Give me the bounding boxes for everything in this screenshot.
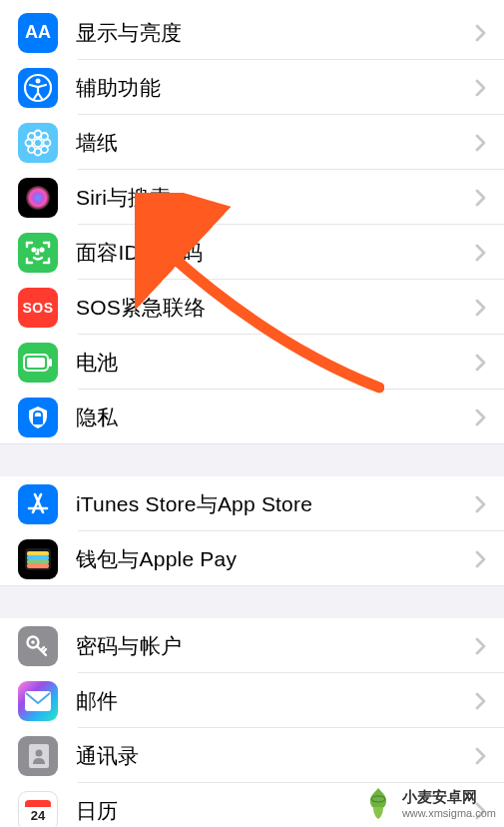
- calendar-icon: 24: [18, 791, 58, 828]
- svg-rect-28: [25, 691, 51, 711]
- chevron-right-icon: [475, 802, 486, 820]
- settings-row-label: Siri与搜索: [76, 184, 475, 212]
- chevron-right-icon: [475, 637, 486, 655]
- svg-rect-30: [26, 747, 29, 750]
- settings-row-label: 显示与亮度: [76, 19, 475, 47]
- settings-group: iTunes Store与App Store钱包与Apple Pay: [0, 476, 504, 586]
- chevron-right-icon: [475, 747, 486, 765]
- svg-point-2: [34, 139, 42, 147]
- settings-row-wallet[interactable]: 钱包与Apple Pay: [0, 531, 504, 586]
- svg-point-11: [26, 186, 50, 210]
- svg-point-27: [31, 640, 35, 644]
- settings-row-faceid[interactable]: 面容ID与密码: [0, 225, 504, 280]
- settings-row-accessibility[interactable]: 辅助功能: [0, 60, 504, 115]
- settings-row-label: 钱包与Apple Pay: [76, 545, 475, 573]
- svg-point-13: [41, 248, 44, 251]
- settings-row-label: 邮件: [76, 687, 475, 715]
- settings-row-battery[interactable]: 电池: [0, 335, 504, 390]
- accessibility-icon: [18, 68, 58, 108]
- siri-icon: [18, 178, 58, 218]
- settings-group: 密码与帐户邮件通讯录24日历: [0, 618, 504, 827]
- faceid-icon: [18, 233, 58, 273]
- group-separator: [0, 444, 504, 476]
- svg-rect-16: [49, 359, 52, 367]
- chevron-right-icon: [475, 244, 486, 262]
- settings-row-label: 隐私: [76, 404, 475, 431]
- settings-row-contacts[interactable]: 通讯录: [0, 728, 504, 783]
- sos-icon: SOS: [18, 288, 58, 328]
- svg-point-8: [41, 133, 48, 140]
- settings-row-label: 通讯录: [76, 742, 475, 770]
- wallet-icon: [18, 539, 58, 579]
- svg-point-10: [41, 146, 48, 153]
- settings-row-label: 辅助功能: [76, 74, 475, 102]
- settings-row-privacy[interactable]: 隐私: [0, 390, 504, 444]
- svg-rect-15: [27, 358, 45, 368]
- chevron-right-icon: [475, 354, 486, 372]
- settings-row-label: 日历: [76, 797, 475, 825]
- settings-row-display[interactable]: AA显示与亮度: [0, 5, 504, 60]
- svg-point-9: [28, 146, 35, 153]
- settings-row-label: SOS紧急联络: [76, 294, 475, 322]
- settings-row-passwords[interactable]: 密码与帐户: [0, 618, 504, 673]
- chevron-right-icon: [475, 692, 486, 710]
- svg-rect-17: [33, 416, 43, 424]
- contacts-icon: [18, 736, 58, 776]
- settings-group: AA显示与亮度辅助功能墙纸Siri与搜索面容ID与密码SOSSOS紧急联络电池隐…: [0, 0, 504, 444]
- chevron-right-icon: [475, 134, 486, 152]
- key-icon: [18, 626, 58, 666]
- settings-row-label: 面容ID与密码: [76, 239, 475, 267]
- aa-icon: AA: [18, 13, 58, 53]
- settings-row-label: iTunes Store与App Store: [76, 490, 475, 518]
- chevron-right-icon: [475, 79, 486, 97]
- chevron-right-icon: [475, 409, 486, 426]
- group-separator: [0, 586, 504, 618]
- svg-rect-36: [25, 805, 51, 807]
- chevron-right-icon: [475, 495, 486, 513]
- chevron-right-icon: [475, 24, 486, 42]
- chevron-right-icon: [475, 189, 486, 207]
- mail-icon: [18, 681, 58, 721]
- settings-row-wallpaper[interactable]: 墙纸: [0, 115, 504, 170]
- svg-point-12: [33, 248, 36, 251]
- battery-icon: [18, 343, 58, 383]
- settings-row-siri[interactable]: Siri与搜索: [0, 170, 504, 225]
- svg-rect-31: [26, 754, 29, 757]
- svg-rect-25: [27, 563, 49, 568]
- wallpaper-icon: [18, 123, 58, 163]
- chevron-right-icon: [475, 299, 486, 317]
- settings-row-mail[interactable]: 邮件: [0, 673, 504, 728]
- settings-row-sos[interactable]: SOSSOS紧急联络: [0, 280, 504, 335]
- svg-text:24: 24: [31, 808, 46, 823]
- svg-point-7: [28, 133, 35, 140]
- svg-point-33: [36, 749, 43, 756]
- settings-row-label: 墙纸: [76, 129, 475, 157]
- settings-row-itunes[interactable]: iTunes Store与App Store: [0, 476, 504, 531]
- appstore-icon: [18, 484, 58, 524]
- chevron-right-icon: [475, 550, 486, 568]
- settings-row-label: 密码与帐户: [76, 632, 475, 660]
- settings-row-label: 电池: [76, 349, 475, 377]
- settings-row-calendar[interactable]: 24日历: [0, 783, 504, 827]
- svg-point-1: [36, 78, 41, 83]
- svg-rect-32: [26, 761, 29, 764]
- privacy-icon: [18, 398, 58, 437]
